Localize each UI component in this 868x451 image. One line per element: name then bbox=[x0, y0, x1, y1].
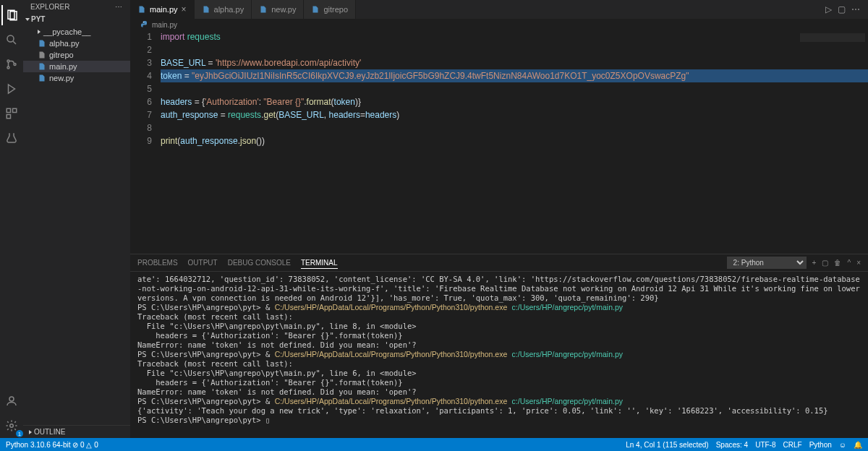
status-item[interactable]: ☺ bbox=[839, 441, 846, 449]
kill-terminal-icon[interactable]: 🗑 bbox=[834, 259, 841, 267]
source-control-icon[interactable] bbox=[1, 54, 22, 74]
svg-rect-9 bbox=[13, 108, 17, 112]
explorer-sidebar: EXPLORER ⋯ PYT __pycache__alpha.pygitrep… bbox=[23, 0, 130, 438]
status-item[interactable]: Ln 4, Col 1 (115 selected) bbox=[626, 441, 709, 449]
minimap[interactable] bbox=[800, 33, 865, 42]
project-root[interactable]: PYT bbox=[23, 14, 130, 25]
run-debug-icon[interactable] bbox=[1, 79, 22, 99]
accounts-icon[interactable] bbox=[1, 391, 22, 411]
panel-tab-problems[interactable]: PROBLEMS bbox=[137, 257, 178, 268]
terminal-selector[interactable]: 2: Python bbox=[727, 257, 807, 269]
panel-tab-output[interactable]: OUTPUT bbox=[188, 257, 218, 268]
svg-point-12 bbox=[10, 424, 14, 428]
extensions-icon[interactable] bbox=[1, 103, 22, 124]
panel-tab-terminal[interactable]: TERMINAL bbox=[301, 257, 338, 269]
explorer-icon[interactable] bbox=[1, 5, 22, 25]
split-terminal-icon[interactable]: ▢ bbox=[822, 259, 828, 267]
outline-section[interactable]: OUTLINE bbox=[23, 425, 130, 438]
close-panel-icon[interactable]: × bbox=[856, 259, 861, 267]
status-item[interactable]: Spaces: 4 bbox=[716, 441, 748, 449]
svg-point-13 bbox=[143, 22, 144, 22]
svg-point-5 bbox=[7, 66, 9, 69]
file-gitrepo[interactable]: gitrepo bbox=[23, 49, 130, 61]
svg-point-4 bbox=[7, 60, 9, 62]
bottom-panel: PROBLEMSOUTPUTDEBUG CONSOLETERMINAL 2: P… bbox=[130, 254, 868, 438]
search-icon[interactable] bbox=[1, 30, 22, 50]
tab-main.py[interactable]: main.py× bbox=[130, 0, 195, 19]
panel-tab-debug console[interactable]: DEBUG CONSOLE bbox=[228, 257, 291, 268]
svg-marker-7 bbox=[9, 85, 15, 93]
run-icon[interactable]: ▷ bbox=[825, 4, 832, 14]
status-item[interactable]: UTF-8 bbox=[755, 441, 775, 449]
svg-point-6 bbox=[14, 64, 16, 66]
editor-more-icon[interactable]: ⋯ bbox=[851, 4, 861, 14]
svg-point-11 bbox=[9, 397, 14, 401]
activity-bar: 1 bbox=[0, 0, 23, 438]
svg-point-2 bbox=[7, 35, 14, 42]
editor-tabs: main.py×alpha.pynew.pygitrepo ▷ ▢ ⋯ bbox=[130, 0, 868, 19]
status-item[interactable]: Python bbox=[809, 441, 832, 449]
more-icon[interactable]: ⋯ bbox=[115, 3, 123, 11]
tab-alpha.py[interactable]: alpha.py bbox=[195, 0, 252, 19]
close-tab-icon[interactable]: × bbox=[182, 4, 187, 14]
testing-icon[interactable] bbox=[1, 128, 22, 148]
svg-line-3 bbox=[13, 41, 16, 44]
new-terminal-icon[interactable]: + bbox=[812, 259, 817, 267]
settings-gear-icon[interactable]: 1 bbox=[1, 416, 22, 436]
terminal-output[interactable]: ate': 1664032712, 'question_id': 7383805… bbox=[130, 272, 868, 438]
file-main.py[interactable]: main.py bbox=[23, 61, 130, 72]
svg-rect-8 bbox=[7, 108, 10, 112]
maximize-panel-icon[interactable]: ^ bbox=[847, 259, 851, 267]
code-editor[interactable]: 123456789 import requests BASE_URL = 'ht… bbox=[130, 30, 868, 254]
status-item[interactable]: 🔔 bbox=[854, 441, 862, 449]
sidebar-title: EXPLORER bbox=[30, 3, 69, 11]
file-__pycache__[interactable]: __pycache__ bbox=[23, 26, 130, 38]
breadcrumb[interactable]: main.py bbox=[130, 19, 868, 30]
tab-new.py[interactable]: new.py bbox=[252, 0, 304, 19]
file-new.py[interactable]: new.py bbox=[23, 72, 130, 84]
file-alpha.py[interactable]: alpha.py bbox=[23, 38, 130, 49]
status-left[interactable]: Python 3.10.6 64-bit ⊘ 0 △ 0 bbox=[6, 441, 98, 449]
tab-gitrepo[interactable]: gitrepo bbox=[304, 0, 356, 19]
svg-rect-10 bbox=[7, 115, 10, 119]
split-editor-icon[interactable]: ▢ bbox=[838, 4, 846, 14]
status-bar: Python 3.10.6 64-bit ⊘ 0 △ 0 Ln 4, Col 1… bbox=[0, 438, 868, 451]
status-item[interactable]: CRLF bbox=[783, 441, 802, 449]
